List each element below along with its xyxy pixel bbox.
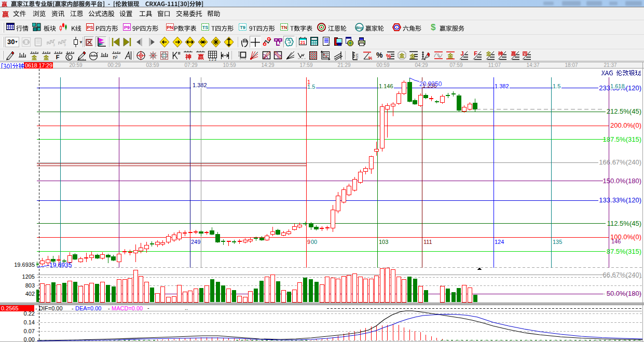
svg-text:66.67%(240): 66.67%(240): [603, 271, 641, 279]
svg-text:1205: 1205: [22, 273, 35, 280]
svg-text:F: F: [56, 54, 60, 60]
svg-text:1.5: 1.5: [553, 83, 560, 89]
svg-text:212.5%(45): 212.5%(45): [607, 107, 641, 115]
svg-text:PS: PS: [87, 25, 93, 30]
svg-text:J: J: [460, 50, 463, 57]
svg-text:11:07: 11:07: [488, 62, 501, 68]
svg-text:P9: P9: [124, 25, 130, 30]
svg-text:%: %: [368, 56, 372, 61]
svg-text:07:29: 07:29: [184, 62, 197, 68]
svg-text:200.0%(0): 200.0%(0): [610, 121, 641, 129]
svg-text:DIF=0.00: DIF=0.00: [39, 305, 63, 311]
svg-text:135: 135: [553, 239, 562, 245]
svg-text:249: 249: [191, 239, 200, 245]
svg-text:0.14: 0.14: [24, 319, 35, 325]
svg-text:17:59: 17:59: [299, 62, 312, 68]
svg-text:TS: TS: [202, 25, 209, 30]
svg-text:21: 21: [300, 40, 306, 45]
svg-text:TN: TN: [281, 25, 287, 30]
svg-text:n²: n²: [113, 54, 118, 60]
svg-text:187.5%(315): 187.5%(315): [603, 135, 641, 143]
svg-text:9: 9: [307, 239, 310, 245]
svg-text:19.6935: 19.6935: [49, 262, 72, 269]
svg-text:Big: Big: [356, 25, 363, 30]
svg-text:133.33%(120): 133.33%(120): [599, 196, 641, 204]
svg-text:-: -: [35, 305, 37, 311]
svg-text:1.618: 1.618: [610, 83, 625, 89]
svg-text:PN: PN: [167, 25, 173, 30]
svg-text:14:29: 14:29: [261, 62, 274, 68]
svg-text:-: -: [72, 305, 74, 311]
svg-text:00:29: 00:29: [107, 62, 120, 68]
svg-text:50.0%(180): 50.0%(180): [607, 290, 641, 297]
svg-text:F: F: [474, 50, 477, 57]
svg-text:0618 17:29: 0618 17:29: [25, 62, 52, 69]
svg-text:1.382: 1.382: [193, 82, 207, 88]
svg-text:DEA=0.00: DEA=0.00: [75, 305, 101, 311]
svg-text:112.5%(45): 112.5%(45): [607, 220, 641, 227]
svg-text:1.5: 1.5: [307, 84, 315, 90]
svg-text:87.5%(315): 87.5%(315): [607, 248, 641, 255]
svg-text:111: 111: [423, 239, 432, 245]
svg-text:3: 3: [53, 43, 55, 47]
svg-text:14:37: 14:37: [526, 62, 539, 68]
svg-text:1.382: 1.382: [495, 83, 509, 89]
svg-text:MACD=0.00: MACD=0.00: [112, 305, 143, 311]
svg-text:0.00: 0.00: [24, 336, 35, 342]
svg-text:146: 146: [611, 238, 621, 244]
svg-text:T9: T9: [240, 25, 245, 30]
svg-text:-: -: [108, 305, 110, 311]
svg-text:10:59: 10:59: [223, 62, 236, 68]
svg-text:00:59: 00:59: [376, 62, 389, 68]
svg-text:20:59: 20:59: [69, 62, 82, 68]
svg-text:00: 00: [311, 239, 317, 245]
svg-text:%: %: [386, 53, 391, 59]
svg-text:04:29: 04:29: [415, 62, 428, 68]
svg-text:19.6935: 19.6935: [14, 262, 35, 268]
svg-text:123: 123: [355, 53, 359, 59]
svg-text:03:59: 03:59: [146, 62, 159, 68]
svg-text:07:59: 07:59: [449, 62, 462, 68]
svg-text:124: 124: [495, 239, 504, 245]
svg-text:803: 803: [25, 282, 35, 289]
svg-text:166.67%(240): 166.67%(240): [599, 158, 641, 166]
svg-text:1.146: 1.146: [379, 83, 393, 89]
svg-text:..: ..: [185, 305, 188, 311]
svg-text:18:07: 18:07: [565, 62, 578, 68]
svg-text:0.07: 0.07: [24, 328, 35, 334]
svg-text:150.0%(180): 150.0%(180): [603, 177, 641, 185]
svg-text:21:29: 21:29: [337, 62, 350, 68]
svg-text:20.9350: 20.9350: [419, 80, 442, 88]
svg-text:-: -: [147, 305, 149, 311]
svg-text:103: 103: [379, 239, 388, 245]
svg-text:1 2 3: 1 2 3: [209, 58, 216, 61]
svg-text:0.2565: 0.2565: [1, 305, 19, 311]
svg-text:402: 402: [25, 291, 35, 297]
svg-text:21:37: 21:37: [604, 62, 616, 68]
svg-text:9: 9: [64, 43, 66, 47]
